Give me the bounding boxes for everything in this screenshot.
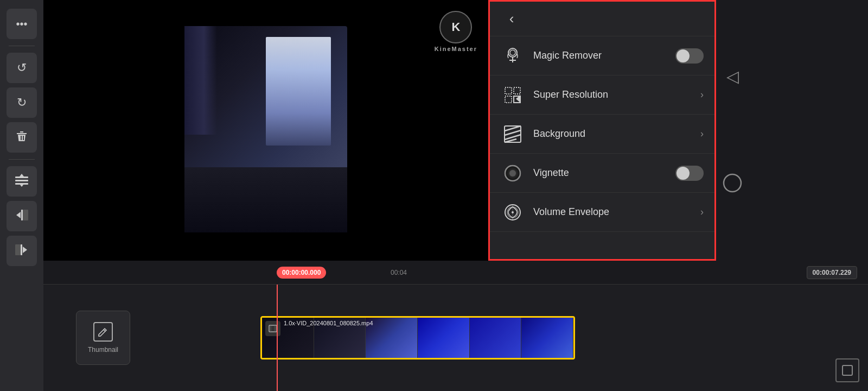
svg-line-21 [505, 126, 521, 131]
magic-remover-label: Magic Remover [533, 50, 667, 61]
trim-left-icon [14, 207, 29, 225]
undo-icon: ↺ [17, 61, 27, 75]
svg-rect-8 [21, 244, 22, 255]
right-side-buttons: ◁ [716, 0, 749, 261]
align-button[interactable] [7, 166, 37, 197]
kinemaster-text: KineMaster [435, 46, 477, 52]
video-clip[interactable]: 1.0x·VID_20240801_080825.mp4 [260, 316, 575, 360]
window-light [266, 37, 331, 146]
timeline-area: 00:00:00.000 00:04 00:00:07.229 Thumbnai… [43, 261, 868, 391]
svg-marker-4 [20, 184, 24, 187]
kinemaster-icon: K [439, 11, 472, 43]
background-icon [501, 122, 525, 146]
svg-point-12 [510, 50, 515, 55]
redo-button[interactable]: ↻ [7, 87, 37, 118]
svg-point-28 [509, 170, 516, 176]
magic-remover-icon [501, 44, 525, 68]
volume-envelope-arrow-icon: › [700, 206, 704, 218]
right-panel: ‹ Magic Remover [488, 0, 716, 261]
nav-back-button[interactable]: ◁ [719, 63, 745, 89]
frame-5 [470, 318, 522, 358]
vignette-item[interactable]: Vignette [490, 154, 714, 193]
super-resolution-label: Super Resolution [533, 89, 692, 100]
more-icon: ••• [16, 18, 27, 30]
svg-marker-6 [16, 212, 21, 218]
super-resolution-icon [501, 83, 525, 107]
align-icon [14, 173, 29, 191]
curtain [184, 26, 217, 135]
end-time-badge: 00:00:07.229 [807, 266, 857, 279]
sidebar-divider-2 [9, 159, 35, 160]
super-resolution-item[interactable]: Super Resolution › [490, 75, 714, 115]
timeline-header: 00:00:00.000 00:04 00:00:07.229 [43, 261, 868, 285]
main-content: K KineMaster ‹ [43, 0, 868, 391]
frame-6 [521, 318, 573, 358]
svg-rect-35 [269, 325, 277, 332]
magic-remover-toggle[interactable] [675, 48, 704, 64]
thumbnail-label: Thumbnail [88, 346, 118, 354]
volume-envelope-label: Volume Envelope [533, 206, 692, 218]
more-options-button[interactable]: ••• [7, 9, 37, 39]
mid-time-label: 00:04 [391, 269, 407, 276]
delete-button[interactable] [7, 122, 37, 153]
current-time-marker: 00:00:00.000 [277, 261, 326, 285]
svg-point-33 [724, 174, 741, 192]
svg-rect-42 [843, 365, 852, 375]
back-button[interactable]: ‹ [501, 8, 522, 30]
room-floor [184, 167, 347, 232]
back-chevron-icon: ‹ [509, 10, 514, 27]
frame-3 [366, 318, 418, 358]
vignette-icon [501, 161, 525, 185]
video-area: K KineMaster ‹ [43, 0, 868, 261]
undo-button[interactable]: ↺ [7, 53, 37, 83]
svg-marker-9 [23, 247, 27, 253]
background-item[interactable]: Background › [490, 115, 714, 154]
magic-remover-item[interactable]: Magic Remover [490, 36, 714, 75]
trim-left-button[interactable] [7, 201, 37, 231]
edit-icon [93, 322, 113, 342]
svg-rect-16 [505, 96, 512, 103]
svg-line-34 [104, 330, 105, 331]
sidebar-divider-1 [9, 46, 35, 46]
svg-rect-17 [514, 87, 520, 94]
video-scene [43, 0, 488, 261]
trim-right-button[interactable] [7, 236, 37, 266]
svg-rect-39 [269, 329, 270, 330]
playhead [277, 285, 278, 391]
svg-rect-0 [15, 176, 28, 178]
svg-rect-15 [505, 87, 512, 94]
volume-envelope-item[interactable]: Volume Envelope › [490, 193, 714, 232]
svg-rect-5 [21, 210, 23, 220]
svg-rect-1 [15, 180, 28, 181]
clip-filename: 1.0x·VID_20240801_080825.mp4 [284, 320, 373, 326]
trash-icon [15, 130, 28, 146]
vignette-toggle[interactable] [675, 166, 704, 181]
frame-4 [418, 318, 470, 358]
svg-marker-3 [20, 174, 24, 176]
background-arrow-icon: › [700, 128, 704, 140]
redo-icon: ↻ [17, 96, 27, 110]
video-preview: K KineMaster [43, 0, 488, 261]
trim-right-icon [14, 242, 29, 260]
super-resolution-arrow-icon: › [700, 89, 704, 100]
scene-room [184, 26, 347, 232]
timeline-track: Thumbnail 1.0x·VID_20240801_080825.mp4 [43, 285, 868, 391]
svg-rect-38 [269, 326, 270, 327]
kinemaster-logo: K KineMaster [435, 11, 477, 52]
svg-line-22 [505, 130, 521, 135]
left-sidebar: ••• ↺ ↻ [0, 0, 43, 391]
nav-circle-button[interactable] [719, 172, 745, 198]
thumbnail-button[interactable]: Thumbnail [76, 311, 130, 365]
vignette-label: Vignette [533, 167, 667, 179]
circle-icon [722, 172, 743, 197]
square-button[interactable] [835, 358, 859, 382]
background-label: Background [533, 128, 692, 140]
volume-envelope-icon [501, 200, 525, 224]
svg-rect-10 [15, 244, 21, 255]
svg-rect-7 [23, 210, 28, 220]
end-time-marker: 00:00:07.229 [807, 261, 857, 285]
clip-video-icon [265, 321, 280, 336]
svg-line-23 [505, 135, 521, 140]
panel-header: ‹ [490, 2, 714, 36]
nav-back-triangle-icon: ◁ [726, 67, 739, 86]
